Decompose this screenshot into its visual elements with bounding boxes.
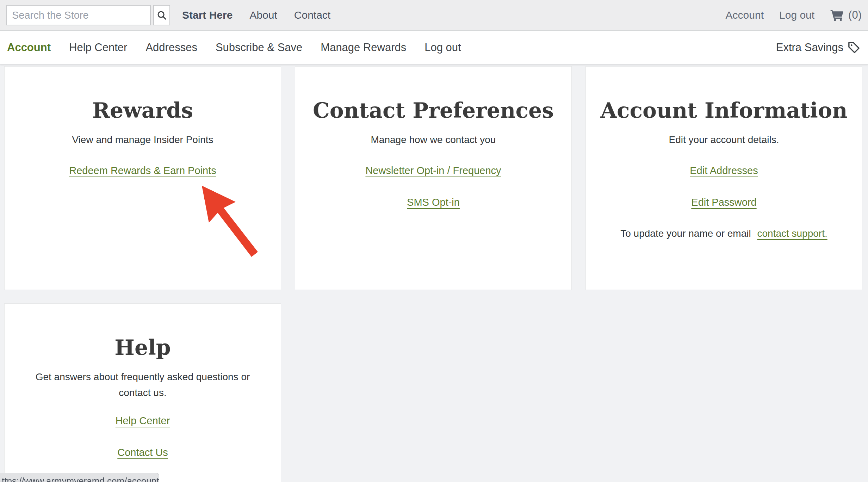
extra-savings-label: Extra Savings — [776, 41, 843, 54]
red-arrow-annotation — [188, 182, 269, 263]
status-url-tooltip: ttps://www.armymveramd.com/account — [0, 473, 159, 482]
rewards-card: Rewards View and manage Insider Points R… — [4, 66, 281, 290]
contact-link[interactable]: Contact — [294, 9, 330, 21]
nav-item-logout[interactable]: Log out — [424, 41, 461, 54]
store-search — [6, 5, 170, 25]
start-here-link[interactable]: Start Here — [182, 9, 232, 21]
cart-count: (0) — [848, 9, 862, 21]
help-title: Help — [5, 335, 281, 360]
update-name-email-note: To update your name or email contact sup… — [586, 228, 862, 239]
edit-password-link[interactable]: Edit Password — [691, 197, 756, 208]
contact-preferences-card: Contact Preferences Manage how we contac… — [295, 66, 572, 290]
account-information-title: Account Information — [586, 98, 862, 123]
sms-optin-link[interactable]: SMS Opt-in — [407, 197, 460, 208]
nav-item-manage-rewards[interactable]: Manage Rewards — [321, 41, 406, 54]
support-text: To update your name or email — [620, 228, 751, 239]
account-nav-bar: Account Help Center Addresses Subscribe … — [0, 31, 868, 64]
contact-us-link[interactable]: Contact Us — [117, 447, 168, 458]
contact-support-link[interactable]: contact support. — [757, 228, 827, 239]
redeem-rewards-link[interactable]: Redeem Rewards & Earn Points — [69, 165, 216, 177]
tag-icon — [847, 41, 861, 55]
rewards-title: Rewards — [5, 98, 281, 123]
search-icon — [156, 10, 167, 20]
account-information-card: Account Information Edit your account de… — [585, 66, 862, 290]
cart-icon — [830, 9, 844, 21]
newsletter-optin-link[interactable]: Newsletter Opt-in / Frequency — [365, 165, 501, 177]
account-nav-items: Account Help Center Addresses Subscribe … — [7, 41, 461, 54]
logout-link[interactable]: Log out — [779, 9, 814, 21]
rewards-subtitle: View and manage Insider Points — [19, 132, 266, 148]
search-button[interactable] — [153, 5, 170, 25]
topbar-links: Start Here About Contact — [182, 9, 330, 21]
top-utility-bar: Start Here About Contact Account Log out… — [0, 0, 868, 31]
nav-item-help-center[interactable]: Help Center — [69, 41, 127, 54]
account-dashboard: Rewards View and manage Insider Points R… — [0, 64, 868, 482]
nav-item-addresses[interactable]: Addresses — [145, 41, 197, 54]
help-center-link[interactable]: Help Center — [116, 415, 170, 427]
about-link[interactable]: About — [249, 9, 277, 21]
topbar-right-links: Account Log out (0) — [726, 9, 862, 21]
edit-addresses-link[interactable]: Edit Addresses — [690, 165, 758, 177]
nav-item-subscribe-save[interactable]: Subscribe & Save — [216, 41, 302, 54]
extra-savings-link[interactable]: Extra Savings — [776, 41, 861, 55]
contact-preferences-title: Contact Preferences — [295, 98, 571, 123]
status-url-text: ttps://www.armymveramd.com/account — [0, 473, 159, 482]
cart-button[interactable]: (0) — [830, 9, 862, 21]
account-link[interactable]: Account — [726, 9, 764, 21]
help-subtitle: Get answers about frequently asked quest… — [19, 369, 266, 401]
account-information-subtitle: Edit your account details. — [601, 132, 847, 148]
nav-item-account[interactable]: Account — [7, 41, 51, 54]
contact-preferences-subtitle: Manage how we contact you — [310, 132, 557, 148]
search-input[interactable] — [6, 5, 151, 25]
help-card: Help Get answers about frequently asked … — [4, 303, 281, 482]
